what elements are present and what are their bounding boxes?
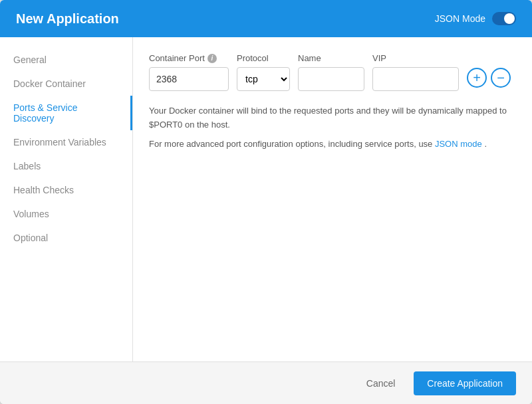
json-mode-area: JSON Mode (435, 12, 516, 25)
content-area: Container Port i Protocol tcp udp (133, 37, 532, 361)
vip-group: VIP (372, 53, 459, 91)
sidebar-item-optional[interactable]: Optional (0, 226, 132, 250)
json-mode-toggle[interactable] (492, 12, 516, 25)
vip-label: VIP (372, 53, 459, 63)
sidebar-item-labels[interactable]: Labels (0, 154, 132, 178)
dialog-body: General Docker Container Ports & Service… (0, 37, 532, 361)
minus-icon: − (497, 71, 505, 84)
sidebar-item-environment-variables[interactable]: Environment Variables (0, 130, 132, 154)
container-port-info-icon[interactable]: i (207, 54, 217, 63)
protocol-group: Protocol tcp udp (237, 53, 290, 91)
container-port-input[interactable] (149, 67, 229, 91)
cancel-button[interactable]: Cancel (356, 373, 406, 394)
protocol-select[interactable]: tcp udp (237, 67, 290, 91)
plus-icon: + (473, 71, 481, 84)
json-mode-label: JSON Mode (435, 13, 485, 24)
sidebar-item-general[interactable]: General (0, 48, 132, 72)
container-port-wrapper (149, 67, 229, 91)
dialog-header: New Application JSON Mode (0, 0, 532, 37)
container-port-group: Container Port i (149, 53, 229, 91)
dialog-footer: Cancel Create Application (0, 361, 532, 404)
info-text-2: For more advanced port configuration opt… (149, 138, 516, 152)
new-application-dialog: New Application JSON Mode General Docker… (0, 0, 532, 404)
add-port-button[interactable]: + (467, 68, 487, 88)
create-application-button[interactable]: Create Application (414, 371, 516, 395)
sidebar-item-health-checks[interactable]: Health Checks (0, 178, 132, 202)
remove-port-button[interactable]: − (491, 68, 511, 88)
name-input[interactable] (298, 67, 364, 91)
action-icons: + − (467, 68, 511, 88)
vip-input[interactable] (372, 67, 459, 91)
port-form-row: Container Port i Protocol tcp udp (149, 53, 516, 91)
protocol-label: Protocol (237, 53, 290, 63)
dialog-title: New Application (16, 11, 119, 27)
sidebar-item-volumes[interactable]: Volumes (0, 202, 132, 226)
info-text-1: Your Docker container will bind to the r… (149, 104, 516, 132)
json-mode-link[interactable]: JSON mode (435, 139, 482, 149)
sidebar-item-ports-service-discovery[interactable]: Ports & Service Discovery (0, 96, 132, 130)
container-port-label: Container Port i (149, 53, 229, 63)
name-label: Name (298, 53, 364, 63)
sidebar: General Docker Container Ports & Service… (0, 37, 133, 361)
name-group: Name (298, 53, 364, 91)
sidebar-item-docker-container[interactable]: Docker Container (0, 72, 132, 96)
